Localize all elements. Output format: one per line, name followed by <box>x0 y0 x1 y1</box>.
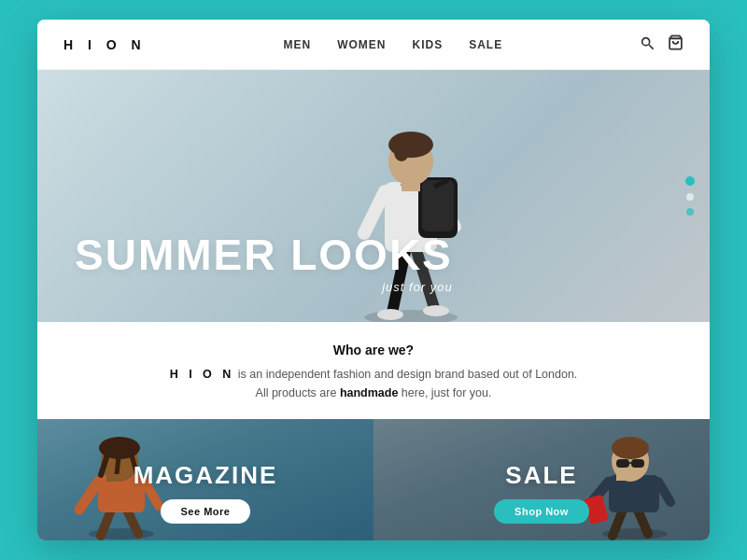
sale-card: SALE Shop Now <box>374 419 710 540</box>
svg-line-37 <box>658 482 670 502</box>
search-icon <box>640 35 655 50</box>
about-desc1: is an independent fashion and design bra… <box>238 368 578 381</box>
svg-line-1 <box>649 45 654 49</box>
svg-rect-43 <box>616 473 631 481</box>
nav-sale[interactable]: SALE <box>469 38 502 51</box>
carousel-dots <box>685 176 695 216</box>
svg-line-9 <box>364 191 385 233</box>
shop-now-button[interactable]: Shop Now <box>494 499 589 524</box>
hero-title: SUMMER LOOKS <box>75 233 453 276</box>
svg-line-28 <box>117 448 120 474</box>
nav-kids[interactable]: KIDS <box>412 38 443 51</box>
see-more-button[interactable]: See More <box>161 499 251 524</box>
svg-rect-41 <box>631 459 644 468</box>
magazine-card: MAGAZINE See More <box>37 419 374 540</box>
sale-content: SALE Shop Now <box>494 461 589 524</box>
about-text: H I O N is an independent fashion and de… <box>93 365 654 402</box>
about-desc3: here, just for you. <box>398 386 491 399</box>
about-section: Who are we? H I O N is an independent fa… <box>37 322 710 419</box>
hero-text: SUMMER LOOKS just for you <box>75 233 453 294</box>
carousel-dot-2[interactable] <box>686 193 694 201</box>
magazine-content: MAGAZINE See More <box>134 461 278 524</box>
cart-icon <box>668 35 684 50</box>
svg-point-7 <box>423 305 449 316</box>
sale-title: SALE <box>505 461 577 490</box>
svg-point-39 <box>612 437 649 459</box>
svg-point-17 <box>394 143 409 161</box>
about-heading: Who are we? <box>93 343 654 357</box>
svg-rect-12 <box>422 180 454 231</box>
about-brand: H I O N <box>170 368 235 381</box>
logo: H I O N <box>63 37 147 52</box>
nav-links: MEN WOMEN KIDS SALE <box>283 38 502 51</box>
cards-section: MAGAZINE See More <box>37 419 710 540</box>
nav-women[interactable]: WOMEN <box>337 38 386 51</box>
about-desc2: All products are <box>256 386 340 399</box>
carousel-dot-1[interactable] <box>685 176 695 186</box>
magazine-title: MAGAZINE <box>134 461 278 490</box>
cart-button[interactable] <box>668 35 684 54</box>
svg-rect-18 <box>402 180 420 191</box>
svg-point-0 <box>642 37 650 45</box>
hero-subtitle: just for you <box>75 280 453 294</box>
hero-section: SUMMER LOOKS just for you <box>37 70 710 322</box>
svg-point-6 <box>377 309 403 320</box>
about-bold: handmade <box>340 386 399 399</box>
svg-rect-30 <box>106 474 121 482</box>
browser-window: H I O N MEN WOMEN KIDS SALE <box>37 20 710 540</box>
carousel-dot-3[interactable] <box>686 208 694 216</box>
nav-icons <box>640 35 684 54</box>
nav-men[interactable]: MEN <box>283 38 311 51</box>
search-button[interactable] <box>640 35 655 54</box>
svg-rect-40 <box>616 459 629 468</box>
svg-line-23 <box>79 482 98 510</box>
navbar: H I O N MEN WOMEN KIDS SALE <box>37 20 710 70</box>
